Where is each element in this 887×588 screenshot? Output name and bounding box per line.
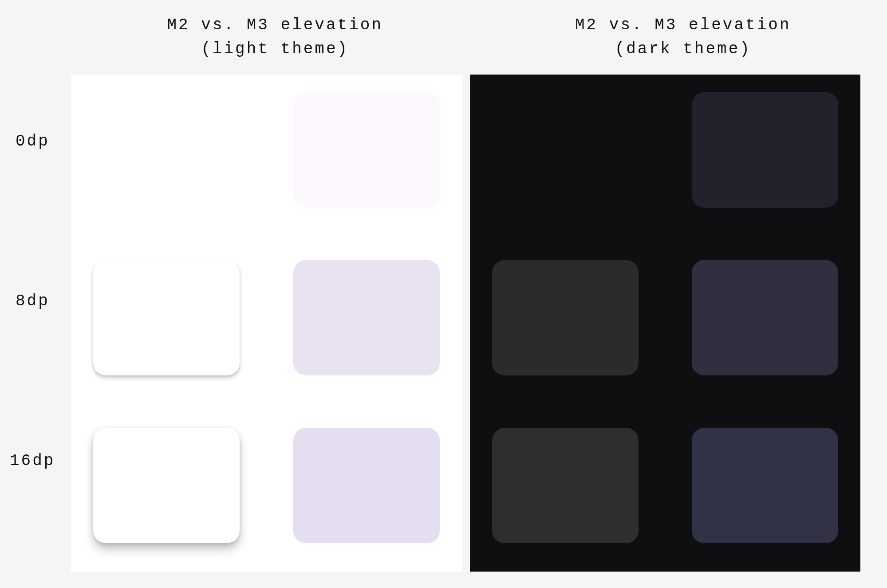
diagram-container: M2 vs. M3 elevation (light theme) M2 vs.… <box>0 0 887 588</box>
dark-row-16dp <box>492 428 839 554</box>
header-light: M2 vs. M3 elevation (light theme) <box>71 13 479 61</box>
light-row-16dp <box>93 428 440 554</box>
header-light-line2: (light theme) <box>71 37 479 61</box>
header-light-line1: M2 vs. M3 elevation <box>71 13 479 37</box>
light-row-8dp <box>93 260 440 386</box>
elevation-label-0dp: 0dp <box>16 132 50 150</box>
elevation-label-8dp: 8dp <box>16 292 50 310</box>
headers-row: M2 vs. M3 elevation (light theme) M2 vs.… <box>0 13 887 61</box>
header-dark: M2 vs. M3 elevation (dark theme) <box>479 13 887 61</box>
swatch-dark-m3-16dp <box>692 428 838 543</box>
panels-wrap <box>71 75 887 572</box>
swatch-light-m3-0dp <box>293 92 440 208</box>
panels-area: 0dp 8dp 16dp <box>0 75 887 572</box>
swatch-light-m2-16dp <box>93 428 240 543</box>
swatch-light-m2-8dp <box>93 260 240 375</box>
swatch-dark-m2-8dp <box>492 260 639 375</box>
dark-row-0dp <box>492 92 839 218</box>
elevation-label-16dp: 16dp <box>10 452 55 470</box>
swatch-dark-m3-0dp <box>692 92 838 208</box>
labels-column: 0dp 8dp 16dp <box>0 75 71 572</box>
header-dark-line1: M2 vs. M3 elevation <box>479 13 887 37</box>
panel-light <box>71 75 462 572</box>
swatch-dark-m3-8dp <box>692 260 838 375</box>
swatch-dark-m2-16dp <box>492 428 639 543</box>
swatch-light-m3-16dp <box>293 428 440 543</box>
light-row-0dp <box>93 92 440 218</box>
panel-dark <box>470 75 861 572</box>
dark-row-8dp <box>492 260 839 386</box>
swatch-light-m3-8dp <box>293 260 440 375</box>
header-dark-line2: (dark theme) <box>479 37 887 61</box>
